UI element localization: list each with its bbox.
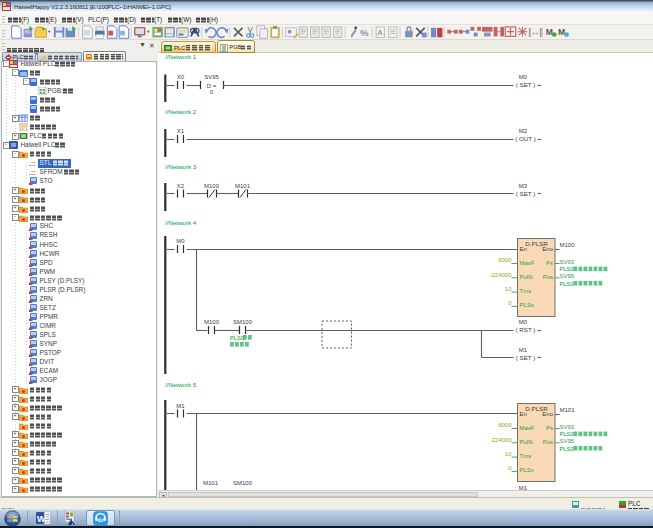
svg-text:M101: M101 bbox=[560, 407, 576, 413]
svg-text:Ps: Ps bbox=[546, 260, 553, 266]
svg-text:M0: M0 bbox=[519, 319, 528, 325]
svg-text:( RST ): ( RST ) bbox=[516, 326, 536, 333]
svg-text:6000: 6000 bbox=[498, 257, 512, 263]
svg-text:M101: M101 bbox=[203, 480, 219, 486]
svg-text:X1: X1 bbox=[177, 128, 185, 134]
svg-text:.::: .:: bbox=[29, 169, 36, 176]
svg-text:Pos: Pos bbox=[543, 439, 553, 445]
svg-text:Tms: Tms bbox=[520, 453, 532, 459]
svg-text:En: En bbox=[520, 246, 527, 252]
svg-text:0: 0 bbox=[508, 300, 512, 306]
svg-text:PLS0: PLS0 bbox=[560, 431, 574, 437]
svg-text:du: du bbox=[98, 518, 104, 523]
svg-text:PLS0: PLS0 bbox=[560, 266, 574, 272]
svg-text:10: 10 bbox=[505, 451, 512, 457]
svg-text:M2: M2 bbox=[519, 128, 528, 134]
svg-text:SV95: SV95 bbox=[560, 273, 575, 279]
svg-text:PLSx: PLSx bbox=[520, 302, 534, 308]
svg-text:Eno: Eno bbox=[542, 246, 553, 252]
svg-text:0: 0 bbox=[210, 89, 214, 95]
svg-text:0: 0 bbox=[508, 465, 512, 471]
svg-text:En: En bbox=[520, 411, 527, 417]
svg-text:|↔|: |↔| bbox=[528, 27, 541, 37]
svg-text:M101: M101 bbox=[235, 183, 251, 189]
svg-text:MaxF: MaxF bbox=[520, 425, 535, 431]
svg-text:Tms: Tms bbox=[520, 288, 532, 294]
svg-text:M0: M0 bbox=[519, 74, 528, 80]
svg-text:PLS0: PLS0 bbox=[560, 281, 574, 287]
svg-text:Pos: Pos bbox=[543, 274, 553, 280]
svg-text:X2: X2 bbox=[177, 183, 185, 189]
svg-text:M100: M100 bbox=[560, 242, 576, 248]
svg-text:M0: M0 bbox=[176, 238, 185, 244]
svg-text:-224000: -224000 bbox=[489, 272, 512, 278]
svg-text://Network 4: //Network 4 bbox=[165, 219, 197, 226]
svg-text://Network 2: //Network 2 bbox=[165, 108, 197, 115]
svg-text:%: % bbox=[360, 27, 369, 38]
svg-text:M1: M1 bbox=[176, 403, 185, 409]
svg-text:M: M bbox=[558, 27, 565, 37]
svg-text:Ps: Ps bbox=[546, 425, 553, 431]
svg-text:( OUT ): ( OUT ) bbox=[515, 135, 536, 142]
svg-text:( SET ): ( SET ) bbox=[516, 81, 535, 88]
svg-text:10: 10 bbox=[505, 286, 512, 292]
svg-text:PulN: PulN bbox=[520, 439, 533, 445]
svg-text:MaxF: MaxF bbox=[520, 260, 535, 266]
svg-text://Network 3: //Network 3 bbox=[165, 163, 197, 170]
svg-text:M100: M100 bbox=[204, 319, 220, 325]
svg-text:( SET ): ( SET ) bbox=[516, 190, 535, 197]
svg-text:M3: M3 bbox=[519, 183, 528, 189]
svg-text:.::: .:: bbox=[29, 160, 36, 167]
svg-text:PLS0: PLS0 bbox=[230, 335, 244, 341]
svg-text:SV95: SV95 bbox=[204, 74, 219, 80]
svg-text:SV93: SV93 bbox=[560, 259, 575, 265]
svg-text:PulN: PulN bbox=[520, 274, 533, 280]
svg-text://Network 1: //Network 1 bbox=[165, 53, 197, 60]
svg-text:224000: 224000 bbox=[491, 437, 512, 443]
svg-text:X0: X0 bbox=[177, 74, 185, 80]
svg-text:Eno: Eno bbox=[542, 411, 553, 417]
svg-text:M1: M1 bbox=[519, 347, 528, 353]
svg-text:SM100: SM100 bbox=[233, 480, 253, 486]
svg-text:M: M bbox=[546, 27, 553, 37]
svg-text://Network 5: //Network 5 bbox=[165, 381, 197, 388]
svg-text:M100: M100 bbox=[204, 183, 220, 189]
svg-text:( SET ): ( SET ) bbox=[516, 354, 535, 361]
svg-text:SV95: SV95 bbox=[560, 438, 575, 444]
svg-text:PLSx: PLSx bbox=[520, 467, 534, 473]
svg-text:SV93: SV93 bbox=[560, 424, 575, 430]
svg-text:6000: 6000 bbox=[498, 422, 512, 428]
svg-text:SM100: SM100 bbox=[233, 319, 253, 325]
svg-text:PLS0: PLS0 bbox=[560, 446, 574, 452]
